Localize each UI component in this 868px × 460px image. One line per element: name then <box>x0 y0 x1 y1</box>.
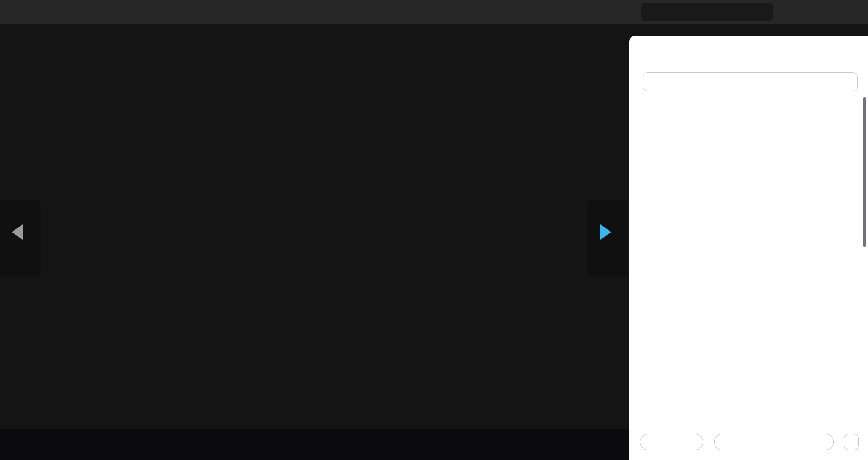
search-participant-box <box>643 72 858 91</box>
footer-divider <box>629 411 868 411</box>
arrow-left-icon <box>12 224 23 240</box>
arrow-right-icon <box>600 224 611 240</box>
close-window-button[interactable] <box>851 5 866 19</box>
scrollbar-thumb[interactable] <box>863 97 866 247</box>
next-page-button[interactable] <box>587 200 628 276</box>
search-participant-input[interactable] <box>661 73 854 91</box>
previous-page-button[interactable] <box>0 200 41 276</box>
pop-out-icon[interactable] <box>833 47 844 57</box>
zoom-meeting-window <box>0 0 868 460</box>
more-options-button[interactable] <box>844 434 859 450</box>
invite-button[interactable] <box>640 434 703 450</box>
participants-panel <box>629 36 868 460</box>
title-bar <box>0 0 868 24</box>
mute-all-button[interactable] <box>714 434 834 450</box>
minimize-button[interactable] <box>787 5 802 19</box>
meeting-controls-toolbar <box>0 429 629 460</box>
close-panel-icon[interactable] <box>853 47 863 57</box>
restore-button[interactable] <box>820 5 835 19</box>
video-grid <box>0 24 629 429</box>
meeting-info-pill[interactable] <box>641 3 773 21</box>
